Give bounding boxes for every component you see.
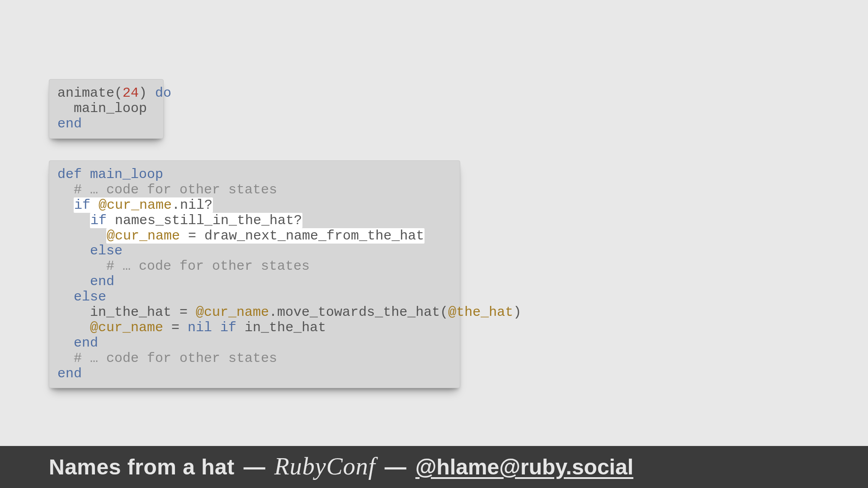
code-keyword: end (90, 274, 114, 289)
code-highlight: @cur_name = draw_next_name_from_the_hat (106, 228, 425, 244)
code-block-animate: animate(24) do main_loop end (49, 79, 164, 139)
code-text: .nil? (172, 197, 212, 213)
code-number: 24 (123, 85, 139, 101)
code-text: main_loop (57, 101, 147, 116)
code-ivar: @cur_name (90, 320, 163, 335)
code-text: animate( (57, 85, 123, 101)
code-comment: # … code for other states (57, 351, 277, 366)
code-text: = draw_next_name_from_the_hat (180, 228, 424, 244)
code-keyword: else (74, 289, 106, 305)
code-keyword: end (57, 116, 82, 131)
code-highlight: if @cur_name.nil? (74, 197, 213, 213)
talk-title: Names from a hat (49, 455, 235, 479)
code-keyword: if (220, 320, 236, 335)
code-literal: nil (188, 320, 212, 335)
separator-text: — (244, 455, 265, 479)
code-comment: # … code for other states (57, 182, 277, 197)
code-highlight: if names_still_in_the_hat? (90, 213, 302, 228)
speaker-handle-link[interactable]: @hlame@ruby.social (415, 455, 633, 479)
code-keyword: def (57, 167, 82, 182)
code-method-name: main_loop (82, 167, 163, 182)
code-keyword: else (90, 243, 123, 258)
code-block-main-loop: def main_loop # … code for other states … (49, 160, 460, 388)
code-text: ) (513, 305, 521, 320)
code-text (57, 289, 74, 305)
code-ivar: @cur_name (196, 305, 269, 320)
code-keyword: end (57, 366, 82, 381)
code-text (57, 320, 90, 335)
code-ivar: @the_hat (448, 305, 513, 320)
code-ivar: @cur_name (107, 228, 180, 244)
code-ivar: @cur_name (99, 197, 172, 213)
separator-text: — (385, 455, 406, 479)
code-text (57, 228, 106, 244)
code-text (57, 197, 74, 213)
code-text: names_still_in_the_hat? (107, 213, 302, 228)
code-text (90, 197, 99, 213)
footer-bar: Names from a hat — RubyConf — @hlame@rub… (0, 446, 868, 488)
code-text (212, 320, 220, 335)
slide: animate(24) do main_loop end def main_lo… (0, 0, 868, 488)
code-keyword: if (74, 197, 90, 213)
code-keyword: do (155, 85, 171, 101)
code-keyword: if (90, 213, 107, 228)
code-text (57, 243, 90, 258)
code-text: in_the_hat = (57, 305, 196, 320)
conference-logo: RubyConf (274, 452, 376, 480)
code-text: in_the_hat (236, 320, 326, 335)
code-text (57, 335, 74, 351)
code-text: .move_towards_the_hat( (269, 305, 448, 320)
code-text: = (163, 320, 188, 335)
code-comment: # … code for other states (57, 258, 310, 274)
code-text (57, 213, 90, 228)
code-keyword: end (74, 335, 98, 351)
code-text: ) (139, 85, 155, 101)
code-text (57, 274, 90, 289)
